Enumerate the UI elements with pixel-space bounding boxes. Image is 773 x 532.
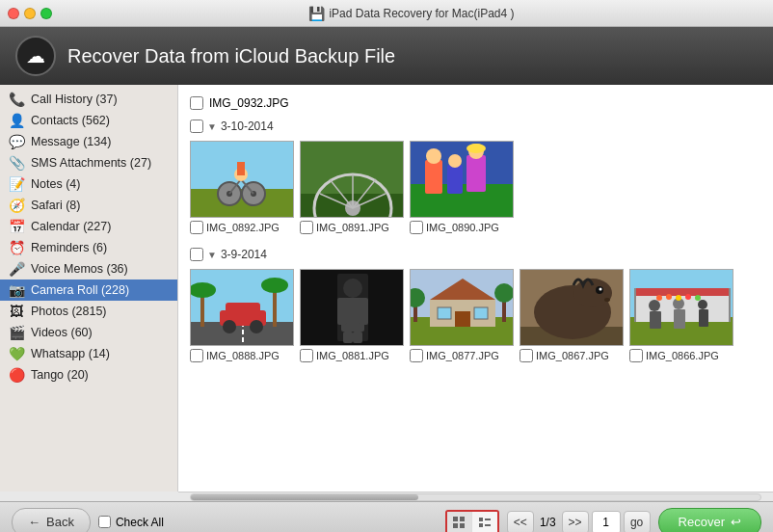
svg-rect-89 xyxy=(485,524,491,526)
sidebar-item-safari[interactable]: 🧭 Safari (8) xyxy=(0,195,177,216)
grid-icon xyxy=(452,516,466,529)
sidebar-item-videos[interactable]: 🎬 Videos (60) xyxy=(0,322,177,343)
sidebar-item-sms-attachments[interactable]: 📎 SMS Attachments (27) xyxy=(0,152,177,173)
svg-rect-51 xyxy=(438,307,451,319)
next-page-button[interactable]: >> xyxy=(562,511,589,533)
voice-memos-icon: 🎤 xyxy=(8,261,25,277)
photo-thumbnail[interactable] xyxy=(410,269,514,346)
photo-filename: IMG_0877.JPG xyxy=(426,350,499,361)
sidebar-item-label: Camera Roll (228) xyxy=(31,283,129,297)
sidebar-item-camera-roll[interactable]: 📷 Camera Roll (228) xyxy=(0,279,177,301)
photo-filename: IMG_0867.JPG xyxy=(536,350,609,361)
svg-rect-43 xyxy=(337,298,347,325)
sidebar-item-message[interactable]: 💬 Message (134) xyxy=(0,131,177,152)
sidebar-item-label: Safari (8) xyxy=(31,199,80,212)
list-item: IMG_0881.JPG xyxy=(300,269,404,362)
tango-icon: 🔴 xyxy=(8,367,25,383)
photo-checkbox[interactable] xyxy=(520,349,533,362)
photo-thumbnail[interactable] xyxy=(300,269,404,346)
page-input[interactable] xyxy=(592,511,621,533)
list-icon xyxy=(478,516,492,529)
window-title: iPad Data Recovery for Mac(iPad4 ) xyxy=(329,7,514,20)
photo-filename: IMG_0892.JPG xyxy=(206,222,280,233)
svg-point-63 xyxy=(600,288,602,291)
cloud-icon: ☁ xyxy=(15,36,56,76)
svg-rect-9 xyxy=(237,162,245,175)
photo-thumbnail[interactable] xyxy=(300,141,404,218)
group1-checkbox[interactable] xyxy=(190,120,203,133)
back-button[interactable]: ← Back xyxy=(12,508,91,533)
maximize-button[interactable] xyxy=(40,8,52,19)
check-all-label: Check All xyxy=(116,516,164,529)
sidebar-item-photos[interactable]: 🖼 Photos (2815) xyxy=(0,301,177,322)
photo-filename: IMG_0866.JPG xyxy=(646,350,719,361)
go-button[interactable]: go xyxy=(624,511,651,533)
svg-rect-31 xyxy=(200,293,204,327)
recover-button[interactable]: Recover ↩ xyxy=(658,508,761,533)
grid-view-button[interactable] xyxy=(447,512,472,533)
sidebar-item-voice-memos[interactable]: 🎤 Voice Memos (36) xyxy=(0,258,177,279)
message-icon: 💬 xyxy=(8,134,25,149)
sidebar-item-label: Whatsapp (14) xyxy=(31,347,110,360)
photo-checkbox[interactable] xyxy=(300,221,313,234)
svg-rect-45 xyxy=(343,332,353,343)
content-area: IMG_0932.JPG ▼ 3-10-2014 xyxy=(178,85,773,492)
app-icon: 💾 xyxy=(308,6,325,21)
photo-thumbnail[interactable] xyxy=(520,269,624,346)
svg-rect-36 xyxy=(226,303,260,316)
minimize-button[interactable] xyxy=(24,8,36,19)
photo-thumbnail[interactable] xyxy=(410,141,514,218)
photo-checkbox[interactable] xyxy=(190,349,203,362)
svg-point-75 xyxy=(698,300,707,309)
sidebar-item-whatsapp[interactable]: 💚 Whatsapp (14) xyxy=(0,343,177,364)
scrollbar[interactable] xyxy=(178,492,773,501)
list-view-button[interactable] xyxy=(472,512,497,533)
svg-rect-25 xyxy=(466,155,486,192)
videos-icon: 🎬 xyxy=(8,325,25,340)
check-all-checkbox[interactable] xyxy=(98,516,111,528)
notes-icon: 📝 xyxy=(8,176,25,192)
photo-checkbox[interactable] xyxy=(300,349,313,362)
recover-icon: ↩ xyxy=(731,515,741,529)
sidebar-item-label: Notes (4) xyxy=(31,177,80,191)
sidebar-item-calendar[interactable]: 📅 Calendar (227) xyxy=(0,216,177,237)
group2-checkbox[interactable] xyxy=(190,248,203,261)
sidebar-item-label: Voice Memos (36) xyxy=(31,262,128,276)
svg-point-71 xyxy=(649,300,660,311)
sidebar-item-label: Contacts (562) xyxy=(31,114,110,127)
svg-rect-23 xyxy=(447,165,463,194)
sidebar-item-notes[interactable]: 📝 Notes (4) xyxy=(0,173,177,195)
sidebar-item-tango[interactable]: 🔴 Tango (20) xyxy=(0,364,177,386)
svg-rect-68 xyxy=(635,288,730,296)
check-all-container: Check All xyxy=(98,516,164,529)
photo-thumbnail[interactable] xyxy=(629,269,733,346)
sidebar-item-contacts[interactable]: 👤 Contacts (562) xyxy=(0,110,177,131)
prev-page-button[interactable]: << xyxy=(507,511,534,533)
close-button[interactable] xyxy=(8,8,19,19)
svg-rect-44 xyxy=(359,298,368,325)
group1-date: 3-10-2014 xyxy=(221,120,274,133)
sidebar-item-label: Tango (20) xyxy=(31,368,89,382)
photo-checkbox[interactable] xyxy=(629,349,643,362)
list-item: IMG_0866.JPG xyxy=(629,269,733,362)
back-label: Back xyxy=(46,515,74,529)
whatsapp-icon: 💚 xyxy=(8,346,25,361)
photo-checkbox[interactable] xyxy=(410,349,423,362)
photo-checkbox[interactable] xyxy=(410,221,423,234)
svg-point-41 xyxy=(343,279,362,298)
photo-thumbnail[interactable] xyxy=(190,141,294,218)
photo-thumbnail[interactable] xyxy=(190,269,294,346)
pagination-controls: << 1/3 >> go xyxy=(507,511,651,533)
sidebar-item-reminders[interactable]: ⏰ Reminders (6) xyxy=(0,237,177,258)
list-item: IMG_0867.JPG xyxy=(520,269,624,362)
group2-date: 3-9-2014 xyxy=(221,248,267,261)
top-item-checkbox[interactable] xyxy=(190,96,203,110)
svg-rect-87 xyxy=(485,519,491,520)
svg-rect-76 xyxy=(699,309,708,327)
bottom-bar: ← Back Check All << 1/3 >> xyxy=(0,501,773,532)
svg-rect-86 xyxy=(479,518,483,521)
svg-point-34 xyxy=(261,278,288,293)
photo-checkbox[interactable] xyxy=(190,221,203,234)
title-bar: 💾 iPad Data Recovery for Mac(iPad4 ) xyxy=(0,0,773,27)
sidebar-item-call-history[interactable]: 📞 Call History (37) xyxy=(0,89,177,110)
